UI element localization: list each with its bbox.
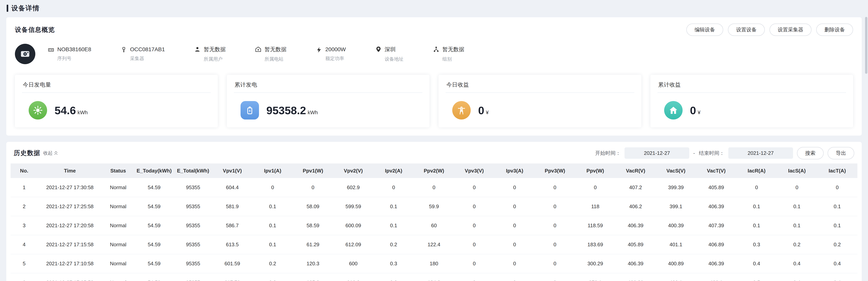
table-cell: 0: [494, 273, 535, 281]
column-header: VacR(V): [616, 163, 656, 178]
table-cell: 3: [10, 216, 38, 235]
table-cell: 406.39: [696, 197, 737, 216]
table-cell: 1: [10, 178, 38, 197]
export-button[interactable]: 导出: [828, 147, 854, 159]
table-row: 22021-12-27 17:25:58Normal54.5995355581.…: [10, 197, 858, 216]
delete-device-button[interactable]: 删除设备: [816, 24, 853, 36]
start-date-input[interactable]: [624, 147, 689, 159]
table-cell: 6: [10, 273, 38, 281]
table-cell: 54.59: [134, 178, 174, 197]
table-cell: 0.4: [817, 254, 858, 273]
overview-title: 设备信息概览: [15, 26, 55, 34]
set-device-button[interactable]: 设置设备: [728, 24, 765, 36]
location-pin-icon: [375, 46, 382, 53]
table-cell: 0.5: [736, 273, 777, 281]
table-cell: 613.5: [212, 235, 252, 254]
table-cell: 0.1: [817, 216, 858, 235]
collector-icon: [121, 47, 127, 53]
end-date-input[interactable]: [728, 147, 793, 159]
column-header: IacS(A): [777, 163, 817, 178]
table-cell: 0.1: [736, 197, 777, 216]
table-cell: 0: [535, 235, 575, 254]
table-cell: 0.2: [777, 235, 817, 254]
table-cell: 401.1: [656, 235, 696, 254]
table-cell: 2021-12-27 17:20:58: [38, 216, 102, 235]
table-cell: 612.09: [333, 235, 374, 254]
device-action-buttons: 编辑设备 设置设备 设置采集器 删除设备: [686, 24, 853, 36]
table-cell: 0: [414, 178, 454, 197]
plant-value: 暂无数据: [265, 46, 286, 53]
column-header: No.: [10, 163, 38, 178]
table-cell: 0.4: [736, 254, 777, 273]
table-cell: 54.59: [134, 254, 174, 273]
history-table: No.TimeStatusE_Today(kWh)E_Total(kWh)Vpv…: [10, 163, 858, 281]
table-cell: 54.59: [134, 273, 174, 281]
column-header: VacT(V): [696, 163, 737, 178]
table-cell: 0: [252, 178, 293, 197]
stats-row: 今日发电量 54.6 kWh 累计发电: [15, 75, 853, 127]
table-cell: 0: [494, 178, 535, 197]
page-title: 设备详情: [11, 4, 40, 13]
column-header: Vpv1(V): [212, 163, 252, 178]
search-button[interactable]: 搜索: [797, 147, 824, 159]
serial-number-label: 序列号: [57, 55, 91, 62]
group-value: 暂无数据: [442, 46, 464, 53]
table-cell: 406.39: [616, 273, 656, 281]
table-cell: 120.3: [293, 254, 333, 273]
table-cell: 118.59: [575, 216, 616, 235]
table-cell: 61.29: [293, 235, 333, 254]
table-cell: 600: [333, 254, 374, 273]
table-cell: 0: [454, 254, 494, 273]
house-icon: [669, 105, 678, 115]
table-cell: 604.4: [212, 178, 252, 197]
stat-value: 54.6: [55, 104, 76, 117]
stat-value: 0: [690, 104, 696, 117]
bolt-icon: [316, 47, 322, 53]
info-item-plant: 暂无数据 所属电站: [255, 46, 286, 62]
table-cell: 95355: [174, 216, 212, 235]
table-cell: 400.1: [656, 273, 696, 281]
table-cell: 2: [10, 197, 38, 216]
history-data-card: 历史数据 收起 开始时间： - 结束时间： 搜索 导出 No.TimeStatu…: [6, 142, 862, 281]
table-cell: 407.2: [616, 178, 656, 197]
table-cell: 0: [454, 178, 494, 197]
table-cell: 5: [10, 254, 38, 273]
table-cell: 2021-12-27 17:25:58: [38, 197, 102, 216]
table-cell: 406.2: [616, 197, 656, 216]
info-item-collector: OCC0817AB1 采集器: [121, 46, 165, 62]
info-item-serial: NOB38160E8 序列号: [48, 46, 91, 62]
table-cell: 600.09: [333, 216, 374, 235]
table-cell: 0: [494, 235, 535, 254]
table-cell: 617.79: [212, 273, 252, 281]
table-cell: 0.1: [373, 197, 414, 216]
scrollbar-thumb[interactable]: [865, 17, 867, 74]
table-cell: 0: [454, 197, 494, 216]
table-cell: 406.1: [696, 273, 737, 281]
scrollbar-track[interactable]: [865, 0, 868, 281]
table-cell: 0.4: [777, 254, 817, 273]
stat-title: 今日收益: [445, 80, 634, 93]
column-header: E_Today(kWh): [134, 163, 174, 178]
collector-label: 采集器: [130, 55, 165, 62]
group-icon: [433, 46, 439, 53]
table-cell: 118: [575, 197, 616, 216]
stat-title: 累计发电: [234, 80, 423, 93]
battery-icon: [245, 105, 254, 115]
table-cell: 0.2: [373, 235, 414, 254]
table-cell: 183.69: [575, 235, 616, 254]
stat-unit: ¥: [698, 110, 701, 116]
table-cell: 0: [777, 178, 817, 197]
collapse-toggle[interactable]: 收起: [43, 150, 58, 156]
table-row: 42021-12-27 17:15:58Normal54.5995355613.…: [10, 235, 858, 254]
table-cell: 405.89: [616, 235, 656, 254]
user-icon: [194, 46, 200, 53]
table-cell: 0: [535, 197, 575, 216]
history-table-wrap: No.TimeStatusE_Today(kWh)E_Total(kWh)Vpv…: [10, 163, 858, 281]
table-cell: Normal: [102, 273, 134, 281]
edit-device-button[interactable]: 编辑设备: [686, 24, 723, 36]
column-header: Vpv3(V): [454, 163, 494, 178]
table-cell: 0.2: [252, 254, 293, 273]
set-collector-button[interactable]: 设置采集器: [770, 24, 811, 36]
table-cell: 95355: [174, 178, 212, 197]
table-cell: 122.4: [414, 235, 454, 254]
